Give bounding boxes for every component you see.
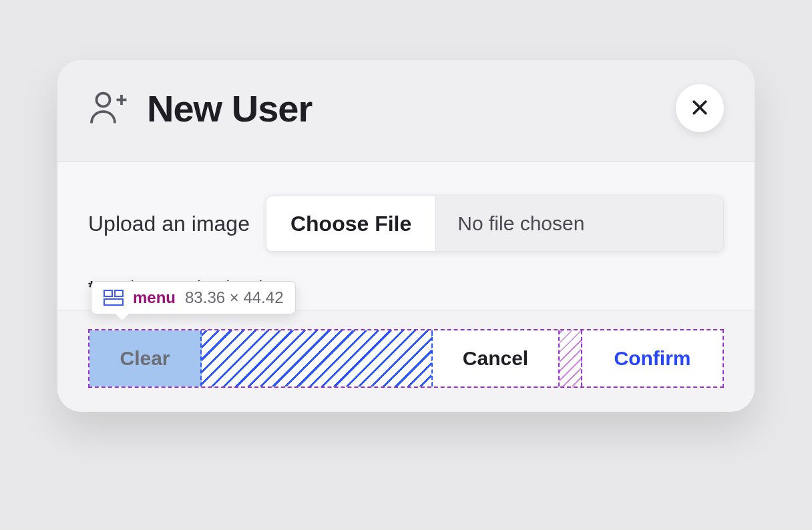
flex-gap [560,330,582,386]
footer-menu: Clear Cancel Confirm [88,329,724,388]
file-status: No file chosen [436,196,723,251]
close-button[interactable] [676,84,724,132]
inspector-dimensions: 83.36 × 44.42 [185,288,283,307]
choose-file-button[interactable]: Choose File [266,196,436,251]
upload-row: Upload an image Choose File No file chos… [88,196,724,252]
add-user-icon [88,88,128,128]
flex-icon [104,290,124,306]
dialog-title: New User [147,87,676,130]
dialog-header: New User [57,60,755,162]
svg-rect-5 [104,290,112,296]
confirm-button[interactable]: Confirm [582,330,723,386]
svg-rect-6 [115,290,123,296]
svg-rect-7 [104,299,123,305]
svg-point-0 [97,93,110,107]
close-icon [690,97,710,119]
dialog-footer: menu 83.36 × 44.42 Clear Cancel Confirm [57,310,755,412]
devtools-inspector-tooltip: menu 83.36 × 44.42 [91,281,296,314]
flex-spacer [202,330,433,386]
file-picker: Choose File No file chosen [266,196,724,252]
inspector-tag: menu [133,288,176,307]
cancel-button[interactable]: Cancel [433,330,560,386]
new-user-dialog: New User Upload an image Choose File No … [57,60,755,412]
clear-button[interactable]: Clear [89,330,202,386]
upload-label: Upload an image [88,212,250,236]
